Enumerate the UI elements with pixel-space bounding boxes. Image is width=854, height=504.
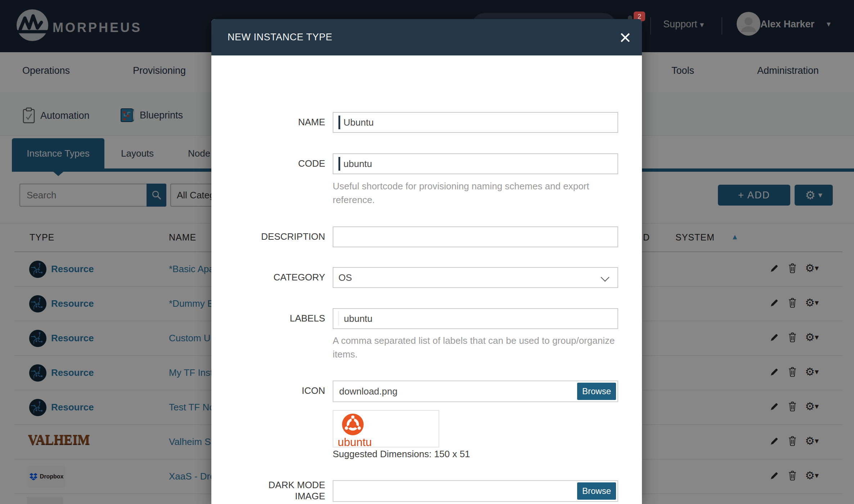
ubuntu-wordmark: ubuntu <box>338 436 372 449</box>
modal-header: NEW INSTANCE TYPE × <box>211 19 642 55</box>
dark-mode-file-input[interactable]: Browse <box>333 480 618 502</box>
code-label: CODE <box>211 153 325 174</box>
modal-title: NEW INSTANCE TYPE <box>228 32 332 43</box>
suggested-dimensions: Suggested Dimensions: 150 x 51 <box>333 449 470 460</box>
icon-browse-button[interactable]: Browse <box>577 383 616 400</box>
labels-field[interactable]: ubuntu <box>333 308 618 329</box>
category-label: CATEGORY <box>211 267 325 288</box>
tag-separator <box>338 311 339 326</box>
name-label: NAME <box>211 112 325 133</box>
name-field[interactable]: Ubuntu <box>333 112 618 133</box>
text-cursor <box>338 157 340 171</box>
ubuntu-logo-icon <box>341 413 364 437</box>
code-field[interactable]: ubuntu <box>333 153 618 174</box>
code-help-text: Useful shortcode for provisioning naming… <box>333 179 621 207</box>
icon-file-input[interactable]: download.png Browse <box>333 381 618 402</box>
chevron-down-icon <box>601 273 609 282</box>
icon-label: ICON <box>211 381 325 401</box>
description-field[interactable] <box>333 226 618 247</box>
text-cursor <box>338 116 340 129</box>
labels-help-text: A comma separated list of labels that ca… <box>333 334 621 361</box>
labels-label: LABELS <box>211 308 325 329</box>
description-label: DESCRIPTION <box>211 226 325 247</box>
dark-mode-browse-button[interactable]: Browse <box>577 482 616 500</box>
screen: MORPHEUS Support ▾ Alex Harker ▾ <box>0 0 854 504</box>
close-icon[interactable]: × <box>619 19 631 55</box>
category-select[interactable]: OS <box>333 267 618 288</box>
dark-mode-image-label: DARK MODE IMAGE <box>211 480 325 501</box>
modal-body: NAME Ubuntu CODE ubuntu Useful shortcode… <box>211 55 642 504</box>
icon-preview-box: ubuntu <box>333 410 439 447</box>
new-instance-type-modal: NEW INSTANCE TYPE × NAME Ubuntu CODE ubu… <box>211 19 642 504</box>
